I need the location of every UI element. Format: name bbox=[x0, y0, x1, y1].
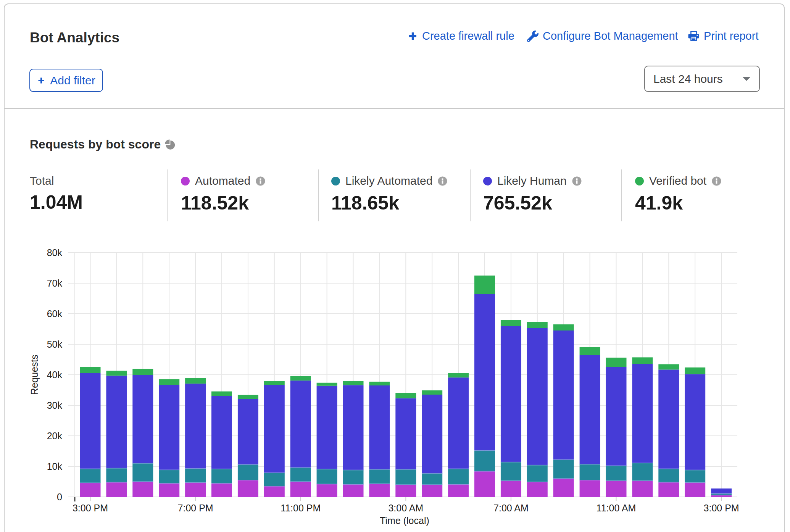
svg-text:3:00 AM: 3:00 AM bbox=[388, 503, 423, 513]
svg-text:0: 0 bbox=[57, 492, 62, 502]
svg-text:30k: 30k bbox=[47, 400, 63, 411]
svg-text:20k: 20k bbox=[47, 430, 63, 441]
svg-text:Time (local): Time (local) bbox=[380, 515, 429, 526]
svg-text:7:00 PM: 7:00 PM bbox=[178, 503, 213, 513]
svg-text:Requests: Requests bbox=[29, 355, 40, 395]
svg-text:60k: 60k bbox=[47, 308, 63, 319]
svg-text:80k: 80k bbox=[47, 247, 63, 258]
svg-text:11:00 PM: 11:00 PM bbox=[281, 503, 321, 513]
svg-text:10k: 10k bbox=[47, 461, 63, 472]
svg-text:70k: 70k bbox=[47, 278, 63, 289]
svg-text:3:00 PM: 3:00 PM bbox=[704, 503, 739, 513]
svg-text:11:00 AM: 11:00 AM bbox=[597, 503, 636, 513]
svg-text:7:00 AM: 7:00 AM bbox=[493, 503, 529, 513]
svg-text:50k: 50k bbox=[47, 339, 63, 350]
svg-text:3:00 PM: 3:00 PM bbox=[73, 503, 108, 513]
svg-text:40k: 40k bbox=[47, 369, 63, 380]
